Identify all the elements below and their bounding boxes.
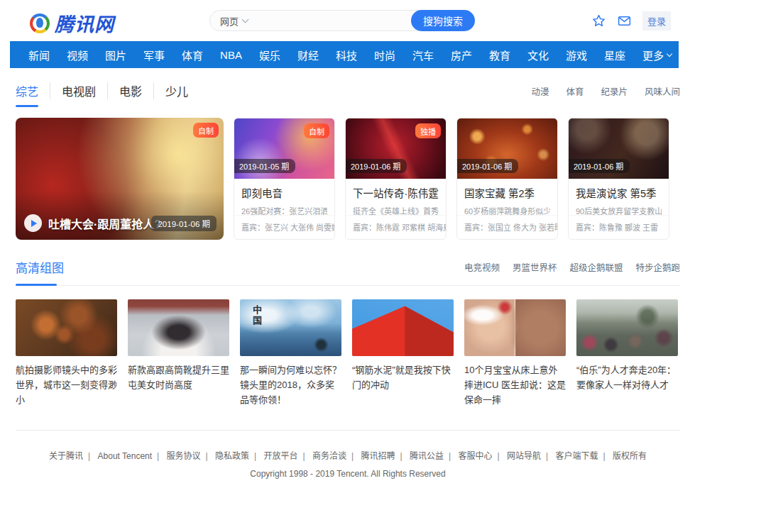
video-guests: 嘉宾：陈鲁豫 郦波 王雷 [569,215,669,239]
link-documentary[interactable]: 纪录片 [601,84,628,98]
nav-item-auto[interactable]: 汽车 [404,48,442,62]
video-thumbnail: 2019-01-06 期 [569,118,669,179]
page-footer: 关于腾讯 About Tencent 服务协议 隐私政策 开放平台 商务洽谈 腾… [16,449,680,479]
gallery-item[interactable]: 中国 那一瞬间为何难以忘怀？镜头里的2018，众多奖品等你领！ [240,299,341,407]
mail-icon[interactable] [617,13,632,28]
footer-links: 关于腾讯 About Tencent 服务协议 隐私政策 开放平台 商务洽谈 腾… [16,449,680,461]
gallery-photo [16,299,117,356]
video-title[interactable]: 即刻电音 [241,185,327,200]
tab-variety[interactable]: 综艺 [16,82,50,99]
nav-item-house[interactable]: 房产 [442,48,481,62]
copyright-text: Copyright 1998 - 2019 Tencent. All Right… [16,469,680,479]
footer-link-service[interactable]: 客服中心 [458,451,504,461]
link-flavor-world[interactable]: 风味人间 [645,84,680,98]
category-subnav: 综艺 电视剧 电影 少儿 动漫 体育 纪录片 风味人间 [16,79,680,102]
footer-link-open-platform[interactable]: 开放平台 [264,451,310,461]
logo-text: 腾讯网 [55,9,114,37]
video-guests: 嘉宾：张艺兴 大张伟 尚雯婕 [234,215,334,239]
nav-item-astrology[interactable]: 星座 [596,48,634,62]
nav-item-education[interactable]: 教育 [481,48,519,62]
gallery-section-header: 高清组图 电竞视频 男篮世界杯 超级企鹅联盟 特步企鹅跑 [16,258,680,286]
gallery-caption[interactable]: 10个月宝宝从床上意外摔进ICU 医生却说：这是保命一摔 [464,363,566,407]
footer-link-about[interactable]: 关于腾讯 [49,451,95,461]
link-basketball-worldcup[interactable]: 男篮世界杯 [513,260,557,274]
gallery-caption[interactable]: “伯乐”为人才奔走20年：要像家人一样对待人才 [576,363,678,393]
nav-item-tech[interactable]: 科技 [327,48,366,62]
nav-item-video[interactable]: 视频 [58,48,97,62]
gallery-item[interactable]: 航拍摄影师镜头中的多彩世界，城市这一刻变得渺小 [16,299,117,407]
nav-item-culture[interactable]: 文化 [519,48,557,62]
nav-item-more[interactable]: 更多 [634,48,680,62]
gallery-section-title[interactable]: 高清组图 [16,258,64,276]
gallery-photo [352,299,454,356]
link-super-penguin-league[interactable]: 超级企鹅联盟 [569,260,623,274]
video-thumbnail: 独播 2019-01-06 期 [346,118,446,179]
link-anime[interactable]: 动漫 [531,84,549,98]
footer-link-jobs[interactable]: 腾讯招聘 [361,451,407,461]
gallery-caption[interactable]: 那一瞬间为何难以忘怀？镜头里的2018，众多奖品等你领！ [240,363,341,407]
link-sports[interactable]: 体育 [566,84,584,98]
video-card[interactable]: 2019-01-06 期 国家宝藏 第2季 60岁杨丽萍跳舞身形似少女 嘉宾：张… [456,118,558,240]
footer-link-about-en[interactable]: About Tencent [98,451,165,461]
nav-item-sports[interactable]: 体育 [173,48,212,62]
nav-item-pictures[interactable]: 图片 [97,48,135,62]
nav-item-military[interactable]: 军事 [135,48,173,62]
search-input[interactable] [248,11,411,31]
tencent-logo[interactable]: 腾讯网 [30,9,114,37]
video-card[interactable]: 独播 2019-01-06 期 下一站传奇·陈伟霆激动 挺齐全《英雄上线》首秀 … [345,118,447,240]
episode-date-badge: 2019-01-06 期 [151,216,217,231]
link-xtep-penguin-run[interactable]: 特步企鹅跑 [635,260,680,274]
star-icon[interactable] [591,13,606,28]
self-produced-badge: 自制 [193,123,219,138]
gallery-caption[interactable]: 航拍摄影师镜头中的多彩世界，城市这一刻变得渺小 [16,363,117,407]
chevron-down-icon [667,50,672,56]
tab-movies[interactable]: 电影 [107,82,153,99]
nav-item-fashion[interactable]: 时尚 [366,48,404,62]
video-title[interactable]: 国家宝藏 第2季 [464,185,550,200]
nav-item-nba[interactable]: NBA [212,49,251,61]
nav-item-games[interactable]: 游戏 [557,48,596,62]
exclusive-badge: 独播 [415,123,441,138]
episode-date-badge: 2019-01-05 期 [234,159,295,173]
gallery-photo [464,299,566,356]
tab-tv-series[interactable]: 电视剧 [50,82,107,99]
gallery-caption[interactable]: 新款高跟高筒靴提升三里屯美女时尚高度 [128,363,229,393]
video-cards-row: 自制 吐槽大会·跟周董抢人? 2019-01-06 期 自制 2019-01-0… [16,118,680,240]
featured-video-card[interactable]: 自制 吐槽大会·跟周董抢人? 2019-01-06 期 [16,118,224,240]
video-guests: 嘉宾：张国立 佟大为 张若昀 [457,215,557,239]
gallery-item[interactable]: “伯乐”为人才奔走20年：要像家人一样对待人才 [576,299,678,407]
footer-link-client-download[interactable]: 客户端下载 [555,451,610,461]
tab-kids[interactable]: 少儿 [153,82,199,99]
video-card[interactable]: 2019-01-06 期 我是演说家 第5季 90后美女放弃留学支教山村 嘉宾：… [568,118,669,240]
footer-link-charity[interactable]: 腾讯公益 [410,451,456,461]
video-card[interactable]: 自制 2019-01-05 期 即刻电音 26强配对赛：张艺兴泪洒现场 嘉宾：张… [234,118,335,240]
footer-link-privacy[interactable]: 隐私政策 [215,451,261,461]
footer-link-business[interactable]: 商务洽谈 [312,451,358,461]
gallery-photo [576,299,678,356]
video-title[interactable]: 下一站传奇·陈伟霆激动 [353,185,439,200]
nav-item-entertainment[interactable]: 娱乐 [251,48,289,62]
gallery-caption[interactable]: “钢筋水泥”就是我按下快门的冲动 [352,363,454,393]
nav-item-news[interactable]: 新闻 [20,48,58,62]
play-icon[interactable] [24,214,42,232]
header-actions: 登录 [591,11,671,31]
login-button[interactable]: 登录 [642,11,671,31]
episode-date-badge: 2019-01-06 期 [457,159,518,173]
gallery-item[interactable]: 新款高跟高筒靴提升三里屯美女时尚高度 [128,299,229,407]
photo-gallery-grid: 航拍摄影师镜头中的多彩世界，城市这一刻变得渺小 新款高跟高筒靴提升三里屯美女时尚… [16,299,680,407]
gallery-photo: 中国 [240,299,341,356]
footer-link-terms[interactable]: 服务协议 [167,451,213,461]
video-thumbnail: 自制 2019-01-05 期 [234,118,334,179]
search-scope-dropdown[interactable]: 网页 [220,14,248,28]
link-esports-video[interactable]: 电竞视频 [464,260,500,274]
gallery-item[interactable]: “钢筋水泥”就是我按下快门的冲动 [352,299,454,407]
footer-link-copyright[interactable]: 版权所有 [613,451,647,461]
search-button[interactable]: 搜狗搜索 [411,10,475,31]
episode-date-badge: 2019-01-06 期 [346,159,407,173]
footer-link-sitemap[interactable]: 网站导航 [507,451,553,461]
video-title[interactable]: 我是演说家 第5季 [576,185,662,200]
gallery-item[interactable]: 10个月宝宝从床上意外摔进ICU 医生却说：这是保命一摔 [464,299,566,407]
footer-divider [16,430,680,431]
featured-video-title: 吐槽大会·跟周董抢人? [48,215,161,232]
nav-item-finance[interactable]: 财经 [289,48,327,62]
